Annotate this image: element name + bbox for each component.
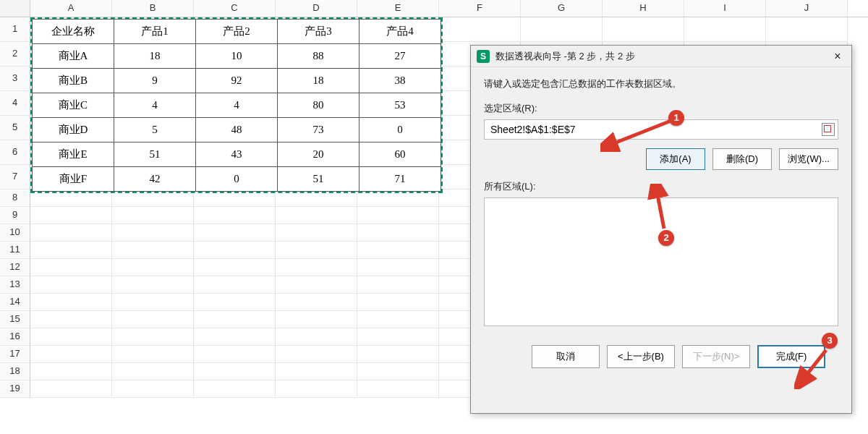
- row-header[interactable]: 9: [0, 207, 30, 224]
- row-header[interactable]: 11: [0, 242, 30, 259]
- row-header[interactable]: 7: [0, 165, 30, 190]
- finish-button[interactable]: 完成(F): [757, 345, 825, 368]
- row-header[interactable]: 1: [0, 17, 30, 42]
- row-header-col: 1 2 3 4 5 6 7 8 9 10 11 12 13 14 15 16 1…: [0, 17, 30, 398]
- table-header[interactable]: 产品2: [196, 20, 278, 44]
- annotation-badge-1: 1: [668, 110, 684, 126]
- annotation-badge-3: 3: [822, 333, 838, 349]
- range-input[interactable]: [490, 124, 822, 135]
- table-row: 商业E51432060: [33, 142, 441, 167]
- col-header[interactable]: D: [276, 0, 357, 17]
- table-row: 商业C448053: [33, 93, 441, 118]
- row-header[interactable]: 4: [0, 91, 30, 116]
- close-icon[interactable]: ×: [830, 50, 846, 63]
- add-button[interactable]: 添加(A): [646, 148, 705, 170]
- delete-button[interactable]: 删除(D): [712, 148, 772, 170]
- row-header[interactable]: 2: [0, 42, 30, 67]
- table-header[interactable]: 企业名称: [33, 20, 114, 44]
- col-header[interactable]: E: [357, 0, 439, 17]
- col-header[interactable]: B: [112, 0, 194, 17]
- table-row: 商业A18108827: [33, 44, 441, 69]
- col-header[interactable]: H: [603, 0, 684, 17]
- col-header[interactable]: C: [194, 0, 276, 17]
- back-button[interactable]: <上一步(B): [607, 345, 675, 368]
- table-row: 商业B9921838: [33, 69, 441, 93]
- data-table: 企业名称 产品1 产品2 产品3 产品4 商业A18108827 商业B9921…: [32, 19, 441, 192]
- row-header[interactable]: 10: [0, 224, 30, 242]
- row-header[interactable]: 8: [0, 190, 30, 207]
- all-ranges-listbox[interactable]: [484, 197, 838, 326]
- table-header[interactable]: 产品1: [114, 20, 196, 44]
- row-header[interactable]: 18: [0, 363, 30, 380]
- app-icon: S: [477, 50, 490, 63]
- col-header[interactable]: A: [30, 0, 112, 17]
- col-header[interactable]: G: [521, 0, 603, 17]
- all-ranges-label: 所有区域(L):: [484, 180, 838, 193]
- browse-button[interactable]: 浏览(W)...: [779, 148, 838, 170]
- row-header[interactable]: 3: [0, 67, 30, 91]
- cancel-button[interactable]: 取消: [532, 345, 600, 368]
- row-header[interactable]: 13: [0, 276, 30, 294]
- table-header[interactable]: 产品4: [359, 20, 441, 44]
- next-button[interactable]: 下一步(N)>: [682, 345, 750, 368]
- dialog-instruction: 请键入或选定包含汇总数据的工作表数据区域。: [484, 77, 838, 90]
- row-header[interactable]: 17: [0, 346, 30, 363]
- row-header[interactable]: 5: [0, 116, 30, 140]
- row-header[interactable]: 12: [0, 259, 30, 276]
- select-all-corner[interactable]: [0, 0, 30, 17]
- row-header[interactable]: 19: [0, 380, 30, 398]
- col-header[interactable]: J: [766, 0, 848, 17]
- pivot-wizard-dialog: S 数据透视表向导 -第 2 步，共 2 步 × 请键入或选定包含汇总数据的工作…: [470, 45, 852, 414]
- col-header[interactable]: I: [684, 0, 766, 17]
- annotation-badge-2: 2: [658, 230, 674, 246]
- table-header[interactable]: 产品3: [278, 20, 359, 44]
- table-row: 商业F4205171: [33, 167, 441, 192]
- column-header-row: A B C D E F G H I J: [0, 0, 868, 17]
- selected-range-marquee: 企业名称 产品1 产品2 产品3 产品4 商业A18108827 商业B9921…: [30, 17, 443, 193]
- table-header-row: 企业名称 产品1 产品2 产品3 产品4: [33, 20, 441, 44]
- range-picker-icon[interactable]: [822, 123, 835, 136]
- dialog-title: 数据透视表向导 -第 2 步，共 2 步: [495, 50, 830, 63]
- table-row: 商业D548730: [33, 118, 441, 142]
- col-header[interactable]: F: [439, 0, 521, 17]
- dialog-titlebar[interactable]: S 数据透视表向导 -第 2 步，共 2 步 ×: [471, 46, 851, 67]
- row-header[interactable]: 15: [0, 311, 30, 328]
- range-label: 选定区域(R):: [484, 102, 838, 115]
- row-header[interactable]: 6: [0, 140, 30, 165]
- row-header[interactable]: 14: [0, 294, 30, 311]
- row-header[interactable]: 16: [0, 328, 30, 346]
- range-field[interactable]: [484, 119, 838, 140]
